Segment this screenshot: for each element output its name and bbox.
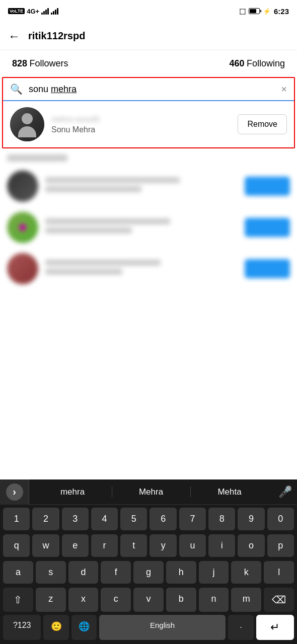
key-8[interactable]: 8 xyxy=(208,508,235,530)
bar1 xyxy=(41,13,43,15)
signal-bars-2 xyxy=(51,8,58,15)
page-title: ritik112rspd xyxy=(28,30,85,42)
followers-label: Followers xyxy=(30,58,68,68)
shift-key[interactable]: ⇧ xyxy=(3,588,33,612)
blurred-avatar-1 xyxy=(7,171,38,202)
display-name: Sonu Mehra xyxy=(51,125,231,134)
blurred-avatar-3 xyxy=(7,253,38,284)
blurred-info-1 xyxy=(45,177,238,195)
bar4 xyxy=(57,8,58,15)
remove-button[interactable]: Remove xyxy=(238,114,287,134)
blurred-row-1 xyxy=(7,166,290,207)
blurred-follow-btn-1 xyxy=(245,177,290,196)
autocomplete-expand-button[interactable]: › xyxy=(0,479,29,505)
status-bar: VoLTE 4G+ ⬚ ⚡ 6:23 xyxy=(0,0,297,22)
followers-stat[interactable]: 828 Followers xyxy=(12,58,148,69)
bar3 xyxy=(45,10,47,15)
blurred-avatar-2 xyxy=(7,212,38,243)
status-right: ⬚ ⚡ 6:23 xyxy=(239,7,289,16)
following-stat[interactable]: 460 Following xyxy=(148,58,285,69)
return-key[interactable]: ↵ xyxy=(256,615,294,640)
autocomplete-words: mehra Mehra Mehta xyxy=(29,483,273,501)
autocomplete-row: › mehra Mehra Mehta 🎤 xyxy=(0,479,297,505)
search-underlined: mehra xyxy=(51,84,77,94)
bar1 xyxy=(51,13,52,15)
header: ← ritik112rspd xyxy=(0,22,297,50)
key-e[interactable]: e xyxy=(62,534,89,557)
key-7[interactable]: 7 xyxy=(179,508,206,530)
back-button[interactable]: ← xyxy=(8,29,20,43)
key-2[interactable]: 2 xyxy=(32,508,59,530)
key-p[interactable]: p xyxy=(267,534,294,557)
key-1[interactable]: 1 xyxy=(3,508,30,530)
key-n[interactable]: n xyxy=(199,588,229,612)
key-c[interactable]: c xyxy=(101,588,131,612)
blurred-followers-section xyxy=(0,148,297,295)
space-key[interactable]: English xyxy=(99,615,226,640)
autocomplete-word-2[interactable]: Mehra xyxy=(112,483,190,501)
status-left: VoLTE 4G+ xyxy=(8,8,58,15)
key-y[interactable]: y xyxy=(150,534,176,557)
blurred-row-3 xyxy=(7,248,290,289)
key-k[interactable]: k xyxy=(231,561,261,584)
followers-count: 828 xyxy=(12,58,27,68)
key-9[interactable]: 9 xyxy=(238,508,264,530)
number-row: 1 2 3 4 5 6 7 8 9 0 xyxy=(0,505,297,531)
following-count: 460 xyxy=(229,58,244,68)
key-g[interactable]: g xyxy=(133,561,164,584)
row2: a s d f g h j k l xyxy=(0,558,297,585)
key-v[interactable]: v xyxy=(133,588,164,612)
following-label: Following xyxy=(247,58,285,68)
search-result-item: mehra sonu00 Sonu Mehra Remove xyxy=(3,101,294,147)
key-a[interactable]: a xyxy=(3,561,33,584)
expand-circle: › xyxy=(6,484,23,501)
key-u[interactable]: u xyxy=(179,534,206,557)
key-0[interactable]: 0 xyxy=(267,508,294,530)
bar2 xyxy=(53,11,54,15)
keyboard: › mehra Mehra Mehta 🎤 1 2 3 4 5 6 7 8 9 … xyxy=(0,479,297,644)
key-q[interactable]: q xyxy=(3,534,30,557)
key-o[interactable]: o xyxy=(238,534,264,557)
autocomplete-word-1[interactable]: mehra xyxy=(33,483,112,501)
key-t[interactable]: t xyxy=(120,534,147,557)
key-3[interactable]: 3 xyxy=(62,508,89,530)
key-i[interactable]: i xyxy=(208,534,235,557)
mic-button[interactable]: 🎤 xyxy=(273,486,297,499)
key-j[interactable]: j xyxy=(199,561,229,584)
backspace-key[interactable]: ⌫ xyxy=(264,588,294,612)
key-b[interactable]: b xyxy=(166,588,196,612)
time-display: 6:23 xyxy=(274,7,289,16)
volte-badge: VoLTE xyxy=(8,8,25,14)
blurred-follow-btn-3 xyxy=(245,259,290,278)
mic-icon: 🎤 xyxy=(278,486,292,499)
bar2 xyxy=(43,11,45,15)
clear-search-button[interactable]: × xyxy=(281,84,287,95)
screen-rotation-icon: ⬚ xyxy=(239,7,246,15)
charging-icon: ⚡ xyxy=(263,8,271,15)
key-h[interactable]: h xyxy=(166,561,196,584)
key-r[interactable]: r xyxy=(91,534,118,557)
key-z[interactable]: z xyxy=(36,588,66,612)
key-f[interactable]: f xyxy=(101,561,131,584)
stats-row: 828 Followers 460 Following xyxy=(0,50,297,77)
key-s[interactable]: s xyxy=(36,561,66,584)
key-5[interactable]: 5 xyxy=(120,508,147,530)
period-key[interactable]: . xyxy=(228,615,253,640)
search-prefix: sonu xyxy=(29,84,51,94)
key-x[interactable]: x xyxy=(68,588,99,612)
autocomplete-word-3[interactable]: Mehta xyxy=(190,483,269,501)
search-input[interactable]: sonu mehra xyxy=(29,84,275,95)
key-w[interactable]: w xyxy=(32,534,59,557)
username-blurred: mehra sonu00 xyxy=(51,115,231,123)
key-m[interactable]: m xyxy=(231,588,261,612)
bar3 xyxy=(55,10,56,15)
key-l[interactable]: l xyxy=(264,561,294,584)
key-4[interactable]: 4 xyxy=(91,508,118,530)
globe-key[interactable]: 🌐 xyxy=(71,615,97,640)
key-6[interactable]: 6 xyxy=(150,508,176,530)
emoji-key[interactable]: 🙂 xyxy=(43,615,68,640)
key-d[interactable]: d xyxy=(68,561,99,584)
row1: q w e r t y u i o p xyxy=(0,531,297,558)
blurred-row-2 xyxy=(7,207,290,248)
sym-key[interactable]: ?123 xyxy=(3,615,41,640)
